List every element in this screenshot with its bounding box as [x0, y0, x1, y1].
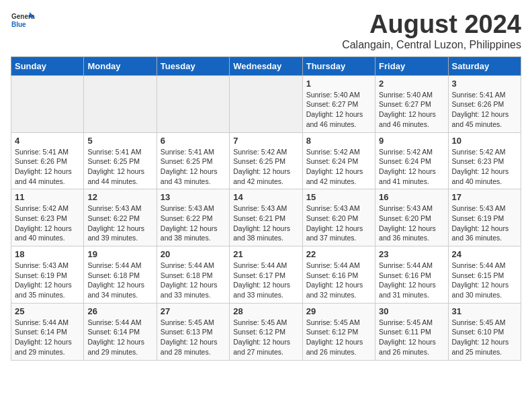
weekday-header-row: SundayMondayTuesdayWednesdayThursdayFrid… — [11, 56, 521, 75]
day-info: Sunrise: 5:44 AMSunset: 6:14 PMDaylight:… — [87, 318, 152, 357]
day-number: 14 — [233, 192, 298, 202]
day-info: Sunrise: 5:45 AMSunset: 6:13 PMDaylight:… — [161, 318, 226, 357]
day-cell: 6Sunrise: 5:41 AMSunset: 6:25 PMDaylight… — [157, 132, 229, 189]
main-title: August 2024 — [342, 11, 521, 39]
day-number: 31 — [452, 306, 517, 316]
day-cell: 24Sunrise: 5:44 AMSunset: 6:15 PMDayligh… — [448, 246, 521, 304]
day-cell: 31Sunrise: 5:45 AMSunset: 6:10 PMDayligh… — [448, 303, 521, 360]
day-info: Sunrise: 5:40 AMSunset: 6:27 PMDaylight:… — [379, 90, 444, 130]
day-number: 19 — [87, 249, 152, 259]
weekday-wednesday: Wednesday — [230, 56, 302, 75]
day-number: 28 — [233, 306, 298, 316]
day-number: 20 — [161, 249, 226, 259]
subtitle: Calangain, Central Luzon, Philippines — [342, 39, 521, 51]
day-cell: 1Sunrise: 5:40 AMSunset: 6:27 PMDaylight… — [302, 75, 375, 132]
day-cell: 11Sunrise: 5:42 AMSunset: 6:23 PMDayligh… — [11, 189, 84, 246]
header: General Blue August 2024 Calangain, Cent… — [11, 11, 521, 51]
day-info: Sunrise: 5:42 AMSunset: 6:24 PMDaylight:… — [306, 147, 371, 187]
day-cell: 29Sunrise: 5:45 AMSunset: 6:12 PMDayligh… — [302, 303, 375, 360]
day-number: 5 — [87, 136, 152, 146]
day-number: 8 — [306, 136, 371, 146]
weekday-friday: Friday — [375, 56, 448, 75]
svg-text:Blue: Blue — [11, 21, 26, 28]
day-info: Sunrise: 5:44 AMSunset: 6:18 PMDaylight:… — [161, 261, 226, 300]
day-info: Sunrise: 5:41 AMSunset: 6:26 PMDaylight:… — [452, 90, 517, 130]
day-cell — [84, 75, 157, 132]
day-info: Sunrise: 5:43 AMSunset: 6:20 PMDaylight:… — [379, 203, 444, 243]
day-cell: 2Sunrise: 5:40 AMSunset: 6:27 PMDaylight… — [375, 75, 448, 132]
day-cell — [230, 75, 302, 132]
day-info: Sunrise: 5:45 AMSunset: 6:12 PMDaylight:… — [233, 318, 298, 357]
day-info: Sunrise: 5:43 AMSunset: 6:20 PMDaylight:… — [306, 203, 371, 243]
weekday-tuesday: Tuesday — [157, 56, 229, 75]
logo: General Blue — [11, 11, 35, 30]
week-row-4: 25Sunrise: 5:44 AMSunset: 6:14 PMDayligh… — [11, 303, 521, 360]
day-number: 13 — [161, 192, 226, 202]
day-info: Sunrise: 5:43 AMSunset: 6:22 PMDaylight:… — [87, 203, 152, 243]
day-number: 9 — [379, 136, 444, 146]
day-info: Sunrise: 5:44 AMSunset: 6:16 PMDaylight:… — [306, 261, 371, 300]
day-number: 26 — [87, 306, 152, 316]
day-number: 4 — [15, 136, 80, 146]
day-cell: 19Sunrise: 5:44 AMSunset: 6:18 PMDayligh… — [84, 246, 157, 304]
day-info: Sunrise: 5:45 AMSunset: 6:10 PMDaylight:… — [452, 318, 517, 357]
day-cell: 22Sunrise: 5:44 AMSunset: 6:16 PMDayligh… — [302, 246, 375, 304]
day-cell: 4Sunrise: 5:41 AMSunset: 6:26 PMDaylight… — [11, 132, 84, 189]
day-number: 11 — [15, 192, 80, 202]
week-row-1: 4Sunrise: 5:41 AMSunset: 6:26 PMDaylight… — [11, 132, 521, 189]
day-number: 7 — [233, 136, 298, 146]
day-cell — [157, 75, 229, 132]
week-row-0: 1Sunrise: 5:40 AMSunset: 6:27 PMDaylight… — [11, 75, 521, 132]
day-info: Sunrise: 5:43 AMSunset: 6:21 PMDaylight:… — [233, 203, 298, 243]
day-info: Sunrise: 5:42 AMSunset: 6:24 PMDaylight:… — [379, 147, 444, 187]
day-cell: 17Sunrise: 5:43 AMSunset: 6:19 PMDayligh… — [448, 189, 521, 246]
day-cell: 3Sunrise: 5:41 AMSunset: 6:26 PMDaylight… — [448, 75, 521, 132]
day-info: Sunrise: 5:45 AMSunset: 6:12 PMDaylight:… — [306, 318, 371, 357]
day-number: 17 — [452, 192, 517, 202]
calendar: SundayMondayTuesdayWednesdayThursdayFrid… — [11, 56, 521, 361]
day-number: 25 — [15, 306, 80, 316]
day-cell: 25Sunrise: 5:44 AMSunset: 6:14 PMDayligh… — [11, 303, 84, 360]
day-info: Sunrise: 5:44 AMSunset: 6:15 PMDaylight:… — [452, 261, 517, 300]
weekday-saturday: Saturday — [448, 56, 521, 75]
day-info: Sunrise: 5:42 AMSunset: 6:23 PMDaylight:… — [15, 203, 80, 243]
day-number: 27 — [161, 306, 226, 316]
day-number: 22 — [306, 249, 371, 259]
day-info: Sunrise: 5:40 AMSunset: 6:27 PMDaylight:… — [306, 90, 371, 130]
day-cell: 28Sunrise: 5:45 AMSunset: 6:12 PMDayligh… — [230, 303, 302, 360]
day-info: Sunrise: 5:41 AMSunset: 6:25 PMDaylight:… — [87, 147, 152, 187]
day-cell: 30Sunrise: 5:45 AMSunset: 6:11 PMDayligh… — [375, 303, 448, 360]
day-cell: 15Sunrise: 5:43 AMSunset: 6:20 PMDayligh… — [302, 189, 375, 246]
day-cell: 5Sunrise: 5:41 AMSunset: 6:25 PMDaylight… — [84, 132, 157, 189]
day-info: Sunrise: 5:45 AMSunset: 6:11 PMDaylight:… — [379, 318, 444, 357]
day-number: 15 — [306, 192, 371, 202]
day-cell: 8Sunrise: 5:42 AMSunset: 6:24 PMDaylight… — [302, 132, 375, 189]
day-info: Sunrise: 5:41 AMSunset: 6:25 PMDaylight:… — [161, 147, 226, 187]
day-number: 10 — [452, 136, 517, 146]
weekday-thursday: Thursday — [302, 56, 375, 75]
day-info: Sunrise: 5:44 AMSunset: 6:18 PMDaylight:… — [87, 261, 152, 300]
day-info: Sunrise: 5:44 AMSunset: 6:14 PMDaylight:… — [15, 318, 80, 357]
logo-icon: General Blue — [11, 11, 35, 30]
day-cell: 13Sunrise: 5:43 AMSunset: 6:22 PMDayligh… — [157, 189, 229, 246]
day-number: 2 — [379, 79, 444, 89]
day-cell: 21Sunrise: 5:44 AMSunset: 6:17 PMDayligh… — [230, 246, 302, 304]
day-info: Sunrise: 5:43 AMSunset: 6:22 PMDaylight:… — [161, 203, 226, 243]
day-cell: 18Sunrise: 5:43 AMSunset: 6:19 PMDayligh… — [11, 246, 84, 304]
day-cell: 7Sunrise: 5:42 AMSunset: 6:25 PMDaylight… — [230, 132, 302, 189]
day-cell: 12Sunrise: 5:43 AMSunset: 6:22 PMDayligh… — [84, 189, 157, 246]
day-cell: 14Sunrise: 5:43 AMSunset: 6:21 PMDayligh… — [230, 189, 302, 246]
day-number: 23 — [379, 249, 444, 259]
day-cell: 26Sunrise: 5:44 AMSunset: 6:14 PMDayligh… — [84, 303, 157, 360]
day-number: 12 — [87, 192, 152, 202]
day-number: 21 — [233, 249, 298, 259]
day-number: 3 — [452, 79, 517, 89]
day-number: 30 — [379, 306, 444, 316]
day-cell: 10Sunrise: 5:42 AMSunset: 6:23 PMDayligh… — [448, 132, 521, 189]
weekday-monday: Monday — [84, 56, 157, 75]
week-row-2: 11Sunrise: 5:42 AMSunset: 6:23 PMDayligh… — [11, 189, 521, 246]
day-cell — [11, 75, 84, 132]
day-cell: 23Sunrise: 5:44 AMSunset: 6:16 PMDayligh… — [375, 246, 448, 304]
day-number: 24 — [452, 249, 517, 259]
week-row-3: 18Sunrise: 5:43 AMSunset: 6:19 PMDayligh… — [11, 246, 521, 304]
